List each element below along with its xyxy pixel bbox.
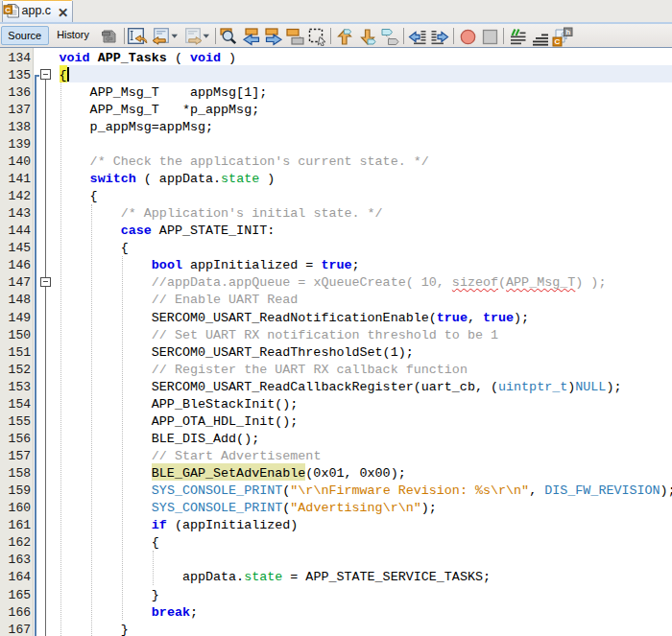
svg-text:h: h <box>565 28 570 36</box>
svg-text:C: C <box>5 5 11 13</box>
svg-text:C: C <box>555 37 561 46</box>
